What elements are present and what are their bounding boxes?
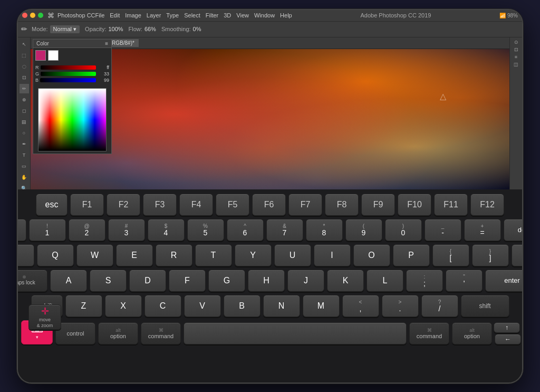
key-l[interactable]: L <box>367 270 403 292</box>
key-q[interactable]: Q <box>37 244 74 266</box>
maximize-button[interactable] <box>38 13 43 18</box>
key-rbracket[interactable]: }] <box>472 244 509 266</box>
menu-3d[interactable]: 3D <box>224 12 231 18</box>
key-2[interactable]: @2 <box>69 219 105 241</box>
key-lbracket[interactable]: {[ <box>432 244 469 266</box>
key-3[interactable]: #3 <box>108 219 145 241</box>
key-7[interactable]: &7 <box>266 219 303 241</box>
key-b[interactable]: B <box>224 295 261 317</box>
menu-file[interactable]: File <box>95 12 105 18</box>
key-slash[interactable]: ?/ <box>421 295 458 317</box>
menu-filter[interactable]: Filter <box>206 12 218 18</box>
key-j[interactable]: J <box>287 270 324 292</box>
key-t[interactable]: T <box>195 244 232 266</box>
key-f[interactable]: F <box>169 270 206 292</box>
key-o[interactable]: O <box>353 244 390 266</box>
key-e[interactable]: E <box>116 244 153 266</box>
app-name-menu[interactable]: Photoshop CC <box>57 12 95 18</box>
key-esc[interactable]: esc <box>36 194 68 216</box>
key-m[interactable]: M <box>303 295 340 317</box>
key-i[interactable]: I <box>314 244 351 266</box>
key-semicolon[interactable]: :; <box>406 270 443 292</box>
key-y[interactable]: Y <box>235 244 272 266</box>
pen-tool[interactable]: ✒ <box>20 139 29 149</box>
menu-layer[interactable]: Layer <box>147 12 161 18</box>
key-1[interactable]: !1 <box>29 219 66 241</box>
menu-select[interactable]: Select <box>184 12 200 18</box>
key-f5[interactable]: F5 <box>216 194 249 216</box>
key-f6[interactable]: F6 <box>252 194 286 216</box>
dodge-tool[interactable]: ○ <box>20 128 29 138</box>
key-quote[interactable]: "' <box>446 270 483 292</box>
menu-window[interactable]: Window <box>254 12 275 18</box>
minimize-button[interactable] <box>30 13 35 18</box>
move-zoom-key[interactable]: ✛ move& zoom <box>28 304 61 330</box>
key-control[interactable]: control <box>55 322 95 345</box>
key-backslash[interactable]: |\ <box>512 244 524 266</box>
key-x[interactable]: X <box>105 295 142 317</box>
bg-swatch[interactable] <box>48 50 59 61</box>
key-delete[interactable]: delete <box>504 219 524 241</box>
brush-tool-icon[interactable]: ✏ <box>21 25 27 33</box>
key-f12[interactable]: F12 <box>470 194 504 216</box>
key-6[interactable]: ^6 <box>227 219 264 241</box>
lasso-tool[interactable]: ◌ <box>20 62 29 71</box>
color-panel-close[interactable]: ≡ <box>105 41 108 46</box>
key-f3[interactable]: F3 <box>143 194 177 216</box>
menu-type[interactable]: Type <box>166 12 179 18</box>
color-spectrum[interactable] <box>38 88 107 151</box>
shape-tool[interactable]: ▭ <box>20 161 29 171</box>
green-slider[interactable] <box>41 72 96 76</box>
key-f2[interactable]: F2 <box>107 194 140 216</box>
hand-tool[interactable]: ✋ <box>20 173 29 182</box>
key-h[interactable]: H <box>248 270 285 292</box>
key-f10[interactable]: F10 <box>398 194 431 216</box>
key-shift-right[interactable]: shift <box>461 295 509 317</box>
brush-tool[interactable]: ✏ <box>20 84 29 93</box>
blue-slider[interactable] <box>40 78 96 82</box>
key-w[interactable]: W <box>76 244 113 266</box>
menu-view[interactable]: View <box>236 12 249 18</box>
key-v[interactable]: V <box>184 295 221 317</box>
key-enter[interactable]: enter <box>485 270 523 292</box>
key-command-right[interactable]: ⌘ command <box>409 322 449 345</box>
key-4[interactable]: $4 <box>148 219 185 241</box>
key-arrow-left[interactable]: ← <box>495 334 521 345</box>
key-option-left[interactable]: alt option <box>98 322 138 345</box>
zoom-tool[interactable]: 🔍 <box>20 184 29 189</box>
key-d[interactable]: D <box>129 270 166 292</box>
panel-icon-2[interactable]: ⊡ <box>514 47 518 52</box>
panel-icon-1[interactable]: ⊙ <box>514 40 518 45</box>
menu-help[interactable]: Help <box>280 12 292 18</box>
menu-image[interactable]: Image <box>125 12 141 18</box>
key-comma[interactable]: <, <box>342 295 379 317</box>
key-n[interactable]: N <box>263 295 300 317</box>
key-capslock[interactable]: caps lock <box>17 270 47 292</box>
key-g[interactable]: G <box>208 270 245 292</box>
move-tool[interactable]: ↖ <box>20 40 29 49</box>
panel-icon-3[interactable]: ≡ <box>515 54 517 60</box>
eraser-tool[interactable]: ◻ <box>20 106 29 116</box>
key-f8[interactable]: F8 <box>325 194 359 216</box>
key-backtick[interactable]: ~` <box>17 219 26 241</box>
key-0[interactable]: )0 <box>385 219 422 241</box>
red-slider[interactable] <box>41 65 97 70</box>
key-r[interactable]: R <box>156 244 192 266</box>
key-z[interactable]: Z <box>65 295 102 317</box>
key-tab[interactable]: tab <box>17 244 34 266</box>
key-s[interactable]: S <box>90 270 127 292</box>
key-a[interactable]: A <box>50 270 87 292</box>
key-k[interactable]: K <box>327 270 364 292</box>
key-5[interactable]: %5 <box>187 219 224 241</box>
menu-edit[interactable]: Edit <box>110 12 120 18</box>
mode-dropdown[interactable]: Normal ▾ <box>50 25 80 33</box>
fg-swatch[interactable] <box>35 50 46 61</box>
key-space[interactable] <box>184 322 407 345</box>
key-option-right[interactable]: alt option <box>452 322 492 345</box>
key-8[interactable]: *8 <box>306 219 343 241</box>
key-9[interactable]: (9 <box>345 219 382 241</box>
key-f4[interactable]: F4 <box>179 194 213 216</box>
close-button[interactable] <box>22 13 27 18</box>
key-f7[interactable]: F7 <box>288 194 322 216</box>
crop-tool[interactable]: ⊡ <box>20 73 29 82</box>
